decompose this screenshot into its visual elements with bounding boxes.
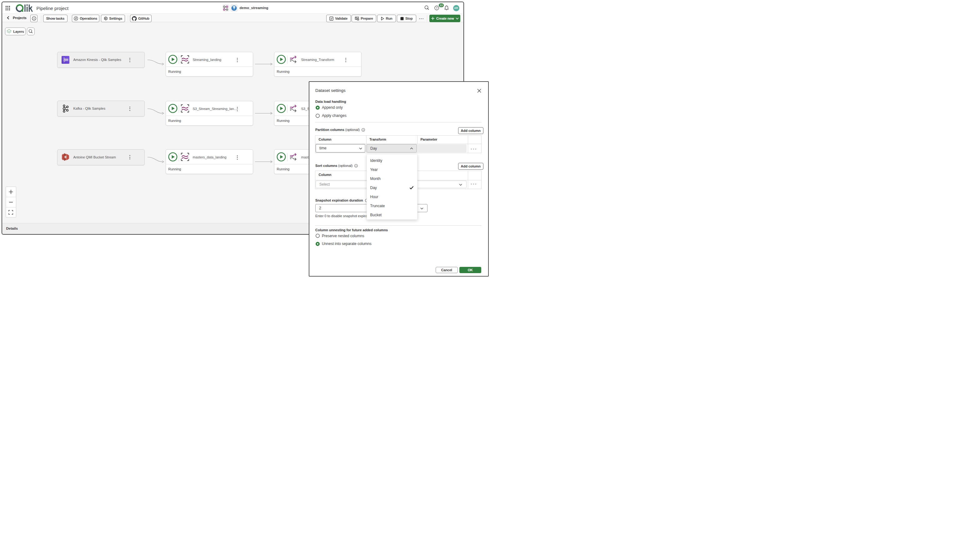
svg-text:?: ? — [436, 7, 438, 10]
